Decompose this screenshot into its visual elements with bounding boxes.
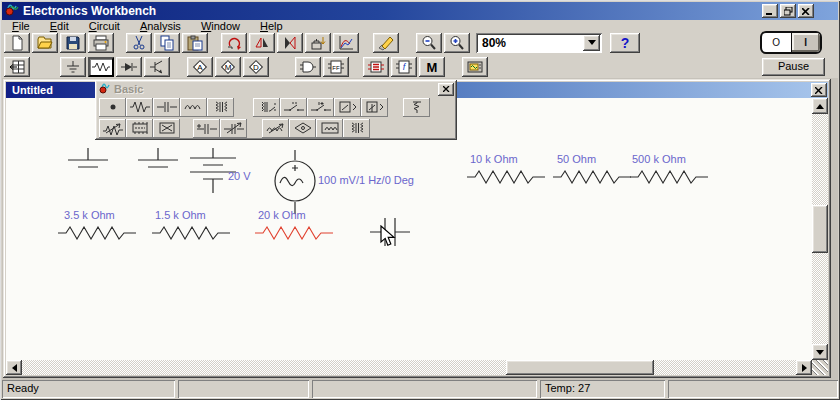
app-icon [5, 2, 19, 20]
rotate-button[interactable] [221, 33, 247, 53]
resistor-50[interactable] [553, 170, 631, 184]
status-bar: Ready Temp: 27 [2, 380, 838, 398]
basic-palette-close-button[interactable] [438, 83, 454, 96]
instruments-button[interactable] [462, 57, 488, 77]
logic-gates-button[interactable] [295, 57, 321, 77]
print-button[interactable] [88, 33, 114, 53]
ground-component-1[interactable] [63, 148, 113, 176]
digital-ics-button[interactable]: D [243, 57, 269, 77]
horizontal-scroll-thumb[interactable] [506, 360, 654, 375]
variable-inductor-button[interactable] [262, 119, 289, 138]
flip-vertical-button[interactable] [277, 33, 303, 53]
inductor-button[interactable] [180, 98, 207, 117]
resistor-label-3_5k: 3.5 k Ohm [64, 209, 115, 221]
flip-horizontal-button[interactable] [249, 33, 275, 53]
zoom-in-button[interactable] [444, 33, 470, 53]
power-switch[interactable]: O I [760, 31, 822, 54]
ac-source-component[interactable] [272, 150, 318, 214]
basic-palette-row-1 [95, 97, 457, 117]
open-button[interactable] [32, 33, 58, 53]
minimize-button[interactable] [762, 4, 778, 18]
document-close-button[interactable] [811, 83, 827, 97]
scroll-right-button[interactable] [796, 360, 812, 375]
current-controlled-switch-button[interactable] [361, 98, 388, 117]
switch-button[interactable] [280, 98, 307, 117]
component-properties-button[interactable] [373, 33, 399, 53]
resize-grip[interactable] [812, 360, 828, 375]
status-ready: Ready [2, 380, 175, 398]
restore-button[interactable] [780, 4, 796, 18]
basic-palette-title-bar: Basic [95, 80, 457, 96]
indicators-button[interactable] [363, 57, 389, 77]
resistor-label-1_5k: 1.5 k Ohm [155, 209, 206, 221]
sources-button[interactable] [60, 57, 86, 77]
diodes-button[interactable] [116, 57, 142, 77]
resistor-label-10k: 10 k Ohm [470, 153, 518, 165]
resistor-10k[interactable] [467, 170, 545, 184]
mixed-ics-button[interactable]: M [215, 57, 241, 77]
analog-ics-button[interactable]: A [187, 57, 213, 77]
create-subcircuit-button[interactable] [305, 33, 331, 53]
zoom-level-combobox[interactable]: 80% [476, 33, 602, 53]
vertical-scroll-thumb[interactable] [812, 205, 828, 253]
parts-toolbar: A M D FF f M Pause [2, 55, 838, 79]
magnetic-core-button[interactable] [316, 119, 343, 138]
status-panel-2 [178, 380, 309, 398]
digital-button[interactable]: FF [323, 57, 349, 77]
help-button[interactable]: ? [610, 33, 640, 53]
pull-up-resistor-button[interactable] [403, 98, 430, 117]
vertical-scrollbar[interactable] [812, 98, 828, 360]
resistor-label-500k: 500 k Ohm [632, 153, 686, 165]
title-bar: Electronics Workbench [2, 2, 838, 20]
resistor-label-20k: 20 k Ohm [258, 209, 306, 221]
svg-text:D: D [253, 63, 259, 72]
miscellaneous-button[interactable]: M [419, 57, 445, 77]
scroll-down-button[interactable] [812, 344, 828, 360]
window-title: Electronics Workbench [23, 4, 156, 18]
resistor-label-50: 50 Ohm [557, 153, 596, 165]
time-delay-switch-button[interactable] [307, 98, 334, 117]
voltage-controlled-analog-switch-button[interactable] [153, 119, 180, 138]
basic-palette-title: Basic [114, 83, 143, 95]
polarized-capacitor-button[interactable] [193, 119, 220, 138]
electronics-workbench-window: Electronics Workbench File Edit Circuit … [0, 0, 840, 400]
capacitor-button[interactable] [153, 98, 180, 117]
resistor-3_5k[interactable] [58, 226, 136, 240]
display-graphs-button[interactable] [333, 33, 359, 53]
resistor-pack-button[interactable] [126, 119, 153, 138]
resistor-1_5k[interactable] [152, 226, 230, 240]
connector-button[interactable] [99, 98, 126, 117]
zoom-level-dropdown-button[interactable] [583, 35, 600, 51]
save-button[interactable] [60, 33, 86, 53]
pause-button[interactable]: Pause [762, 58, 825, 76]
zoom-out-button[interactable] [416, 33, 442, 53]
svg-text:FF: FF [332, 64, 340, 70]
favorites-button[interactable] [4, 57, 30, 77]
battery-label: 20 V [228, 170, 251, 182]
cut-button[interactable] [126, 33, 152, 53]
transistors-button[interactable] [144, 57, 170, 77]
paste-button[interactable] [182, 33, 208, 53]
voltage-controlled-switch-button[interactable] [334, 98, 361, 117]
transformer-button[interactable] [207, 98, 234, 117]
ac-source-label: 100 mV/1 Hz/0 Deg [318, 174, 414, 186]
resistor-button[interactable] [126, 98, 153, 117]
scroll-up-button[interactable] [812, 98, 828, 114]
horizontal-scrollbar[interactable] [6, 360, 812, 375]
svg-text:M: M [225, 63, 232, 72]
resistor-20k-selected[interactable] [255, 226, 333, 240]
coreless-coil-button[interactable] [289, 119, 316, 138]
scroll-left-button[interactable] [6, 360, 22, 375]
mouse-cursor [380, 225, 398, 249]
new-button[interactable] [4, 33, 30, 53]
resistor-500k[interactable] [630, 170, 708, 184]
nonlinear-transformer-button[interactable] [343, 119, 370, 138]
ground-component-2[interactable] [133, 148, 183, 176]
potentiometer-button[interactable] [99, 119, 126, 138]
close-button[interactable] [798, 4, 814, 18]
variable-capacitor-button[interactable] [220, 119, 247, 138]
relay-button[interactable] [253, 98, 280, 117]
copy-button[interactable] [154, 33, 180, 53]
controls-button[interactable]: f [391, 57, 417, 77]
basic-button[interactable] [88, 57, 114, 77]
